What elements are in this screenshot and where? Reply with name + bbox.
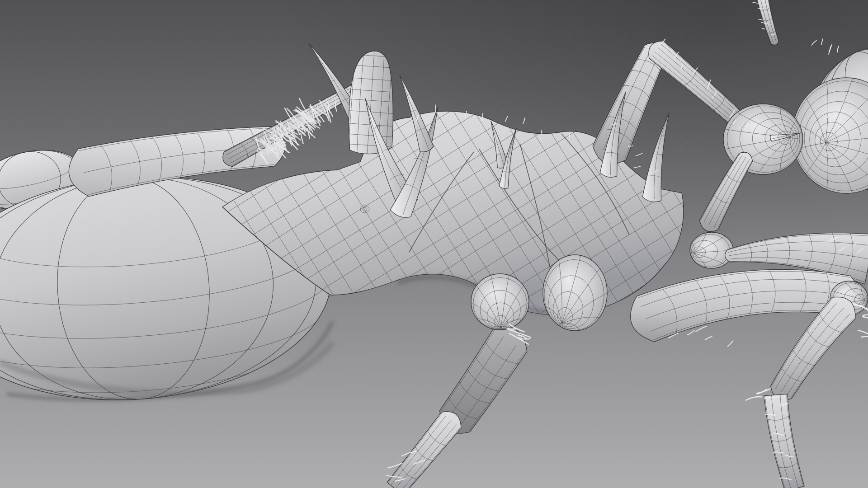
viewport-3d-render [0,0,868,488]
hind-coxa [543,255,608,331]
petiole-node-front [471,274,530,330]
application-window [0,0,868,488]
